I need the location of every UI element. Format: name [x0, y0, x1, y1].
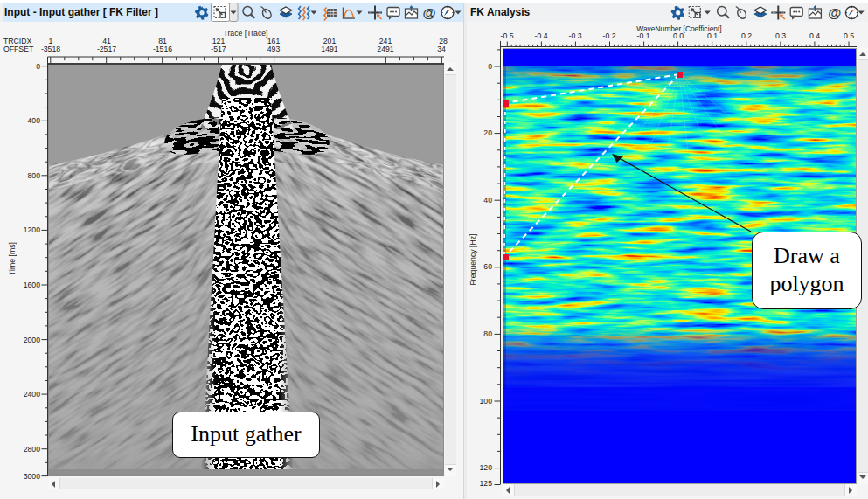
- svg-text:2400: 2400: [24, 390, 40, 399]
- svg-text:1491: 1491: [321, 45, 337, 53]
- svg-text:OFFSET: OFFSET: [3, 45, 34, 53]
- svg-text:400: 400: [28, 116, 41, 125]
- svg-text:1200: 1200: [24, 225, 40, 234]
- svg-text:-2517: -2517: [97, 45, 116, 53]
- svg-text:-3518: -3518: [41, 45, 60, 53]
- svg-text:-517: -517: [211, 45, 226, 53]
- svg-text:0: 0: [36, 62, 40, 71]
- svg-text:34: 34: [437, 45, 446, 53]
- svg-text:-1516: -1516: [153, 45, 172, 53]
- svg-text:Time [ms]: Time [ms]: [8, 242, 17, 275]
- svg-text:2491: 2491: [377, 45, 393, 53]
- svg-text:3000: 3000: [24, 472, 40, 481]
- svg-text:2800: 2800: [24, 445, 40, 454]
- svg-text:2000: 2000: [24, 336, 40, 344]
- svg-text:1600: 1600: [24, 281, 40, 289]
- svg-text:493: 493: [267, 45, 281, 53]
- svg-text:800: 800: [28, 171, 41, 180]
- svg-text:Trace [Trace]: Trace [Trace]: [223, 29, 267, 38]
